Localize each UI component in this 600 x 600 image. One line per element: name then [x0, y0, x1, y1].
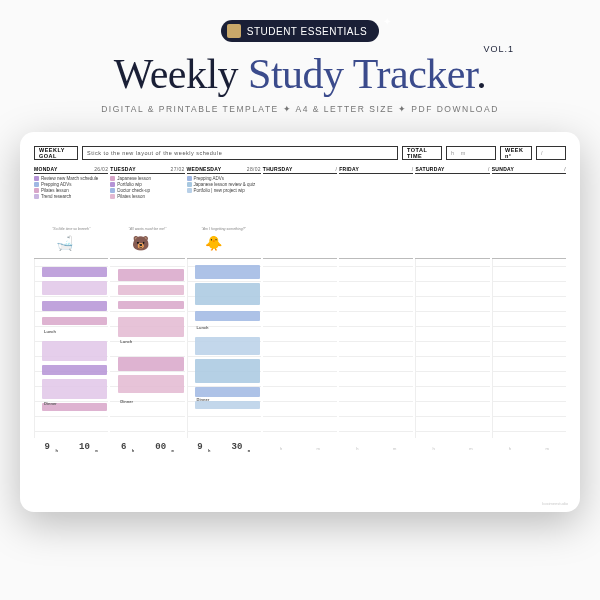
task-checkbox [34, 176, 39, 181]
task-text: Prepping ADVs [194, 176, 225, 181]
day-date: / [564, 166, 566, 172]
volume-label: VOL.1 [484, 44, 515, 54]
day-column: THURSDAY/hm [263, 166, 337, 453]
day-total: 9 h10 m [34, 442, 108, 453]
time-block [118, 357, 183, 371]
task-list: Prepping ADVsJapanese lesson review & qu… [187, 176, 261, 226]
time-grid: LunchDinner [187, 258, 261, 438]
task-text: Japanese lesson review & quiz [194, 182, 256, 187]
day-date: / [488, 166, 490, 172]
task-checkbox [187, 176, 192, 181]
week-number-value: / [536, 146, 566, 160]
day-header: SUNDAY/ [492, 166, 566, 174]
task-item: Pilates lesson [110, 194, 184, 199]
time-block [195, 283, 260, 305]
minutes-total: 00 m [155, 442, 174, 453]
time-block [42, 317, 107, 325]
sticker-area: "So little time so breeeh"🛁 [34, 226, 108, 256]
total-time-value: h m [446, 146, 496, 160]
task-list [263, 176, 337, 226]
time-block [42, 267, 107, 277]
quote-text: "Am I forgetting something?" [202, 227, 246, 231]
task-item: Review new March schedule [34, 176, 108, 181]
task-checkbox [34, 182, 39, 187]
minutes-total: 10 m [79, 442, 98, 453]
time-grid: LunchDinner [34, 258, 108, 438]
day-date: / [412, 166, 414, 172]
day-column: WEDNESDAY28/02Prepping ADVsJapanese less… [187, 166, 261, 453]
day-name: MONDAY [34, 166, 58, 172]
sticker-icon: 🐻 [129, 231, 153, 255]
sticker-icon: 🐥 [202, 231, 226, 255]
subtitle: DIGITAL & PRINTABLE TEMPLATE ✦ A4 & LETT… [101, 104, 499, 114]
task-text: Portfolio wip [117, 182, 142, 187]
sticker-icon: 🛁 [52, 231, 76, 255]
page-title: Weekly Study Tracker. VOL.1 [114, 50, 486, 98]
task-item: Trend research [34, 194, 108, 199]
backpack-icon [227, 24, 241, 38]
time-block [42, 379, 107, 399]
task-text: Trend research [41, 194, 71, 199]
day-name: SUNDAY [492, 166, 514, 172]
day-name: TUESDAY [110, 166, 136, 172]
task-list [415, 176, 489, 226]
task-checkbox [110, 176, 115, 181]
day-header: THURSDAY/ [263, 166, 337, 174]
title-study: Study Tracker [248, 51, 476, 97]
time-block [118, 301, 183, 309]
sticker-area: "All wants much be me!"🐻 [110, 226, 184, 256]
task-item: Doctor check-up [110, 188, 184, 193]
task-checkbox [110, 188, 115, 193]
task-item: Portfolio wip [110, 182, 184, 187]
hours-total: 6 h [121, 442, 134, 453]
meal-label: Lunch [44, 329, 56, 334]
time-grid [492, 258, 566, 438]
badge-text: STUDENT ESSENTIALS [247, 26, 368, 37]
task-text: Pilates lesson [41, 188, 69, 193]
day-column: SUNDAY/hm [492, 166, 566, 453]
quote-text: "So little time so breeeh" [52, 227, 90, 231]
time-block [118, 375, 183, 393]
time-block [42, 281, 107, 295]
minutes-total: 30 m [232, 442, 251, 453]
time-block [42, 301, 107, 311]
day-date: 28/02 [247, 166, 261, 172]
task-list [339, 176, 413, 226]
task-text: Portfolio | new project wip [194, 188, 245, 193]
day-date: / [335, 166, 337, 172]
day-total: hm [339, 446, 413, 451]
total-time-label: TOTAL TIME [402, 146, 442, 160]
task-item: Japanese lesson review & quiz [187, 182, 261, 187]
watermark: boximeestudio [542, 501, 568, 506]
meal-label: Dinner [197, 397, 210, 402]
day-header: WEDNESDAY28/02 [187, 166, 261, 174]
day-header: SATURDAY/ [415, 166, 489, 174]
time-block [118, 269, 183, 281]
header-row: WEEKLY GOAL Stick to the new layout of t… [34, 146, 566, 160]
task-checkbox [34, 188, 39, 193]
sticker-area: "Am I forgetting something?"🐥 [187, 226, 261, 256]
day-name: SATURDAY [415, 166, 444, 172]
task-item: Portfolio | new project wip [187, 188, 261, 193]
task-list: Japanese lessonPortfolio wipDoctor check… [110, 176, 184, 226]
time-block [195, 387, 260, 397]
time-block [118, 317, 183, 337]
task-item: Prepping ADVs [187, 176, 261, 181]
task-checkbox [187, 182, 192, 187]
time-block [195, 311, 260, 321]
day-date: 26/02 [94, 166, 108, 172]
task-text: Review new March schedule [41, 176, 98, 181]
hours-total: 9 h [197, 442, 210, 453]
task-text: Pilates lesson [117, 194, 145, 199]
time-block [195, 359, 260, 383]
title-dot: . [476, 51, 486, 97]
day-total: 6 h00 m [110, 442, 184, 453]
planner-sheet: WEEKLY GOAL Stick to the new layout of t… [20, 132, 580, 512]
task-checkbox [34, 194, 39, 199]
day-total: hm [263, 446, 337, 451]
time-grid [263, 258, 337, 438]
task-text: Doctor check-up [117, 188, 150, 193]
day-name: WEDNESDAY [187, 166, 222, 172]
task-item: Japanese lesson [110, 176, 184, 181]
weekly-goal-value: Stick to the new layout of the weekly sc… [82, 146, 398, 160]
